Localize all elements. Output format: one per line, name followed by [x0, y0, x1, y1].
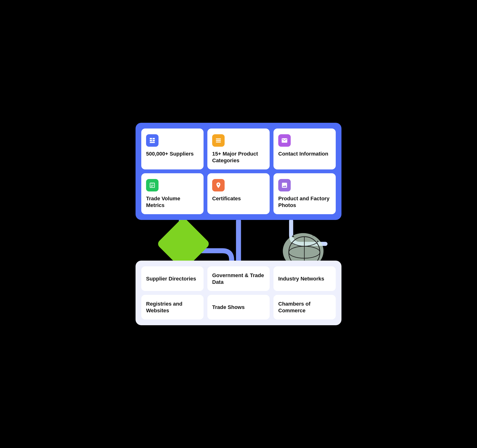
feature-card-categories: 15+ Major Product Categories	[207, 129, 270, 169]
source-card-industry-networks: Industry Networks	[274, 266, 336, 291]
svg-rect-9	[151, 186, 153, 187]
svg-rect-3	[153, 140, 155, 141]
svg-text:✦: ✦	[316, 240, 319, 243]
svg-text:+: +	[312, 235, 314, 237]
feature-card-suppliers: 500,000+ Suppliers	[141, 129, 203, 169]
suppliers-icon	[149, 137, 156, 144]
chambers-title: Chambers of Commerce	[278, 301, 331, 314]
trade-icon-badge	[146, 179, 159, 191]
categories-icon	[215, 137, 222, 144]
svg-rect-2	[153, 138, 155, 140]
sources-grid: Supplier Directories Government & Trade …	[141, 266, 336, 319]
certificates-icon	[215, 182, 222, 189]
suppliers-icon-badge	[146, 134, 159, 147]
source-card-supplier-dirs: Supplier Directories	[141, 266, 203, 291]
main-container: 500,000+ Suppliers 15+ Major Product Cat…	[131, 118, 346, 330]
categories-icon-badge	[212, 134, 225, 147]
svg-rect-1	[150, 140, 152, 141]
feature-card-trade-volume: Trade Volume Metrics	[141, 173, 203, 214]
trade-shows-title: Trade Shows	[212, 304, 245, 311]
feature-card-contact: Contact Information	[274, 129, 336, 169]
svg-rect-8	[151, 185, 154, 186]
svg-rect-5	[216, 139, 221, 140]
registries-title: Registries and Websites	[146, 301, 199, 314]
supplier-dirs-title: Supplier Directories	[146, 276, 196, 282]
top-card: 500,000+ Suppliers 15+ Major Product Cat…	[136, 123, 341, 220]
svg-rect-7	[216, 142, 221, 143]
categories-title: 15+ Major Product Categories	[212, 151, 265, 164]
trade-icon	[149, 182, 156, 189]
source-card-registries: Registries and Websites	[141, 295, 203, 319]
industry-networks-title: Industry Networks	[278, 276, 324, 282]
photos-icon	[281, 182, 288, 189]
source-card-trade-shows: Trade Shows	[207, 295, 270, 319]
bottom-card: Supplier Directories Government & Trade …	[136, 261, 341, 325]
certificates-title: Certificates	[212, 195, 265, 202]
certificates-icon-badge	[212, 179, 225, 191]
contact-icon	[281, 137, 288, 144]
svg-rect-4	[150, 142, 155, 143]
suppliers-title: 500,000+ Suppliers	[146, 151, 199, 157]
source-card-chambers: Chambers of Commerce	[274, 295, 336, 319]
photos-icon-badge	[278, 179, 291, 191]
feature-card-photos: Product and Factory Photos	[274, 173, 336, 214]
svg-rect-6	[216, 140, 221, 141]
photos-title: Product and Factory Photos	[278, 195, 331, 208]
trade-volume-title: Trade Volume Metrics	[146, 195, 199, 208]
svg-text:+: +	[319, 248, 320, 250]
gov-trade-title: Government & Trade Data	[212, 272, 265, 285]
source-card-gov-trade: Government & Trade Data	[207, 266, 270, 291]
feature-card-certificates: Certificates	[207, 173, 270, 214]
svg-rect-0	[150, 138, 152, 140]
contact-title: Contact Information	[278, 151, 331, 157]
svg-text:✦: ✦	[291, 234, 295, 239]
features-grid: 500,000+ Suppliers 15+ Major Product Cat…	[141, 129, 336, 214]
contact-icon-badge	[278, 134, 291, 147]
